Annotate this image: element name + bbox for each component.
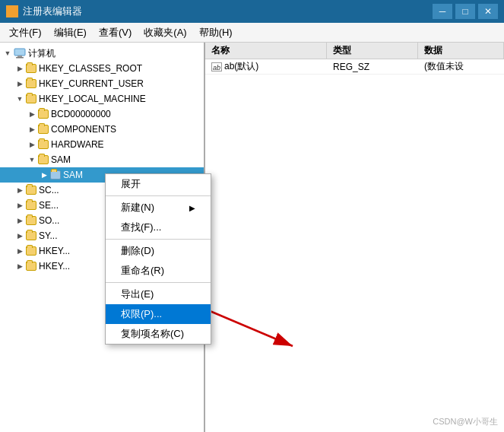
folder-icon xyxy=(38,140,49,149)
tree-item-sam[interactable]: ▼ SAM xyxy=(0,152,204,167)
ctx-new[interactable]: 新建(N) ▶ xyxy=(106,198,211,218)
folder-icon xyxy=(26,216,36,225)
folder-icon xyxy=(26,201,36,210)
minimize-button[interactable]: ─ xyxy=(433,4,452,19)
right-header: 名称 类型 数据 xyxy=(205,43,504,59)
tree-item-hklm[interactable]: ▼ HKEY_LOCAL_MACHINE xyxy=(0,91,204,106)
menu-bar: 文件(F) 编辑(E) 查看(V) 收藏夹(A) 帮助(H) xyxy=(0,23,504,43)
tree-label-sam-sub: SAM xyxy=(63,170,83,180)
cell-name: ab ab(默认) xyxy=(205,60,327,73)
cell-data: (数值未设 xyxy=(418,60,504,73)
expand-icon: ▶ xyxy=(14,78,26,90)
tree-label-hklm: HKEY_LOCAL_MACHINE xyxy=(39,94,146,104)
expand-icon: ▶ xyxy=(38,169,50,181)
expand-icon: ▶ xyxy=(14,245,26,257)
svg-rect-0 xyxy=(14,49,25,56)
expand-icon: ▼ xyxy=(26,154,38,166)
expand-icon: ▼ xyxy=(14,93,26,105)
expand-icon: ▶ xyxy=(14,260,26,272)
ctx-delete[interactable]: 删除(D) xyxy=(106,241,211,261)
svg-rect-1 xyxy=(17,56,22,57)
tree-label-hkcr: HKEY_CLASSES_ROOT xyxy=(39,63,142,74)
ctx-rename[interactable]: 重命名(R) xyxy=(106,261,211,281)
tree-label-bcd: BCD00000000 xyxy=(51,109,111,119)
maximize-button[interactable]: □ xyxy=(455,4,475,19)
col-header-name: 名称 xyxy=(205,43,327,59)
folder-icon xyxy=(26,186,36,195)
folder-icon xyxy=(26,94,36,103)
close-button[interactable]: ✕ xyxy=(478,4,498,19)
reg-ab-icon: ab xyxy=(211,62,222,71)
tree-label-computer: 计算机 xyxy=(28,47,55,60)
ctx-find[interactable]: 查找(F)... xyxy=(106,218,211,237)
ctx-separator-2 xyxy=(106,239,211,240)
table-row[interactable]: ab ab(默认) REG_SZ (数值未设 xyxy=(205,59,504,75)
menu-file[interactable]: 文件(F) xyxy=(3,24,48,41)
title-text: 注册表编辑器 xyxy=(23,5,82,18)
right-panel: 名称 类型 数据 ab ab(默认) REG_SZ (数值未设 xyxy=(205,43,504,432)
tree-label-components: COMPONENTS xyxy=(51,124,116,135)
main-content: ▼ 计算机 ▶ HKEY_CLASSES_ROOT ▶ HKEY_CURRENT… xyxy=(0,43,504,432)
tree-label-sam: SAM xyxy=(51,154,71,165)
tree-label-hkey1: HKEY... xyxy=(39,246,70,256)
tree-item-computer[interactable]: ▼ 计算机 xyxy=(0,46,204,61)
folder-icon xyxy=(38,125,49,134)
folder-icon xyxy=(50,170,61,179)
menu-favorites[interactable]: 收藏夹(A) xyxy=(138,24,192,41)
menu-edit[interactable]: 编辑(E) xyxy=(48,24,93,41)
expand-icon: ▶ xyxy=(14,214,26,227)
computer-icon xyxy=(14,48,26,59)
tree-item-components[interactable]: ▶ COMPONENTS xyxy=(0,122,204,137)
tree-item-hardware[interactable]: ▶ HARDWARE xyxy=(0,137,204,152)
tree-label-sy: SY... xyxy=(39,230,57,241)
expand-icon: ▶ xyxy=(14,230,26,242)
folder-icon xyxy=(26,79,36,88)
expand-icon: ▶ xyxy=(14,184,26,196)
ctx-permissions[interactable]: 权限(P)... xyxy=(106,304,211,324)
title-bar: 注册表编辑器 ─ □ ✕ xyxy=(0,0,504,23)
col-header-type: 类型 xyxy=(327,43,418,59)
ctx-export[interactable]: 导出(E) xyxy=(106,284,211,304)
folder-icon xyxy=(26,231,36,240)
expand-icon: ▶ xyxy=(14,62,26,75)
expand-icon: ▶ xyxy=(26,123,38,135)
tree-label-hkey2: HKEY... xyxy=(39,261,70,272)
ctx-separator-1 xyxy=(106,195,211,196)
menu-view[interactable]: 查看(V) xyxy=(93,24,138,41)
menu-help[interactable]: 帮助(H) xyxy=(193,24,239,41)
submenu-arrow: ▶ xyxy=(189,204,195,212)
title-bar-left: 注册表编辑器 xyxy=(6,5,82,18)
tree-label-hkcu: HKEY_CURRENT_USER xyxy=(39,78,144,89)
expand-icon: ▶ xyxy=(26,138,38,151)
folder-icon xyxy=(38,155,49,164)
expand-icon: ▼ xyxy=(2,47,14,59)
tree-label-se: SE... xyxy=(39,200,59,211)
tree-label-so: SO... xyxy=(39,215,59,226)
expand-icon: ▶ xyxy=(14,199,26,211)
expand-icon: ▶ xyxy=(26,108,38,120)
ctx-copy-name[interactable]: 复制项名称(C) xyxy=(106,324,211,344)
tree-item-hkcr[interactable]: ▶ HKEY_CLASSES_ROOT xyxy=(0,61,204,76)
folder-icon xyxy=(38,110,49,119)
col-header-data: 数据 xyxy=(418,43,504,59)
watermark: CSDN@W小哥生 xyxy=(433,416,498,427)
cell-type: REG_SZ xyxy=(327,62,418,72)
title-controls: ─ □ ✕ xyxy=(433,4,498,19)
tree-item-hkcu[interactable]: ▶ HKEY_CURRENT_USER xyxy=(0,76,204,91)
app-icon xyxy=(6,5,18,17)
folder-icon xyxy=(26,246,36,256)
ctx-expand[interactable]: 展开 xyxy=(106,174,211,194)
folder-icon xyxy=(26,64,36,73)
tree-item-bcd[interactable]: ▶ BCD00000000 xyxy=(0,106,204,122)
tree-label-hardware: HARDWARE xyxy=(51,139,104,150)
folder-icon xyxy=(26,262,36,271)
tree-label-sc: SC... xyxy=(39,185,59,195)
context-menu: 展开 新建(N) ▶ 查找(F)... 删除(D) 重命名(R) 导出(E) 权… xyxy=(105,173,211,345)
ctx-separator-3 xyxy=(106,282,211,283)
svg-rect-2 xyxy=(16,57,24,59)
